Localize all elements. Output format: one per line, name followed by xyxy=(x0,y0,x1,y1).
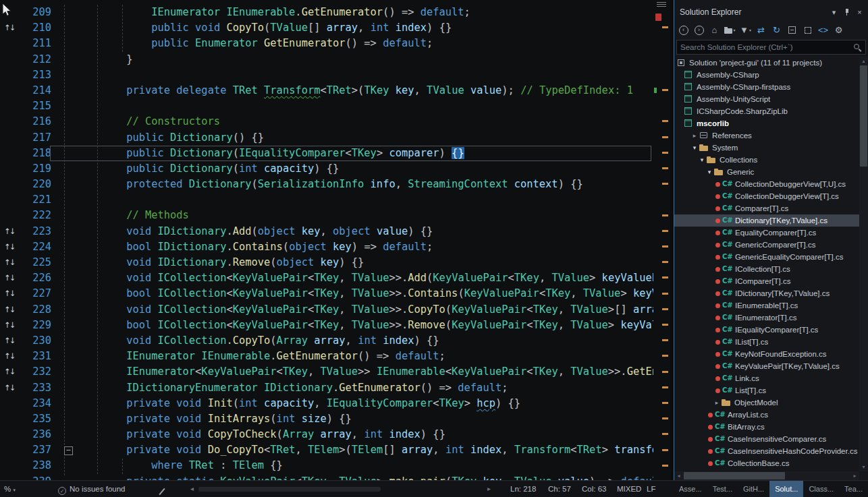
implements-interface-icon[interactable]: ↑↓ xyxy=(0,333,19,349)
code-line[interactable]: ↑↓231 IEnumerator IEnumerable.GetEnumera… xyxy=(0,349,653,364)
tree-item[interactable]: Assembly-UnityScript xyxy=(674,93,859,105)
home-icon[interactable]: ⌂ xyxy=(707,24,722,37)
implements-interface-icon[interactable]: ↑↓ xyxy=(0,224,19,239)
issues-indicator[interactable]: ✓No issues found xyxy=(58,481,125,497)
scroll-right-icon[interactable]: ▸ xyxy=(850,471,859,480)
code-line[interactable]: 213 xyxy=(0,67,653,83)
code-line[interactable]: 216 // Constructors xyxy=(0,114,653,129)
char-indicator[interactable]: Ch: 57 xyxy=(548,481,571,497)
scroll-left-icon[interactable]: ◂ xyxy=(674,471,683,480)
column-indicator[interactable]: Col: 63 xyxy=(582,481,606,497)
tree-item[interactable]: ▸ObjectModel xyxy=(674,397,859,409)
code-line[interactable]: 218 public Dictionary(IEqualityComparer<… xyxy=(0,146,653,161)
code-line[interactable]: ↑↓230 void ICollection.CopyTo(Array arra… xyxy=(0,333,653,349)
scroll-down-icon[interactable]: ▾ xyxy=(859,463,868,471)
navigate-forward-icon[interactable]: › xyxy=(692,24,706,37)
code-line[interactable]: 209 IEnumerator IEnumerable.GetEnumerato… xyxy=(0,5,653,20)
code-line[interactable]: 238 where TRet : TElem {} xyxy=(0,458,653,473)
implements-interface-icon[interactable]: ↑↓ xyxy=(0,239,19,255)
implements-interface-icon[interactable]: ↑↓ xyxy=(0,318,19,333)
sync-with-active-document-icon[interactable]: ⇄ xyxy=(754,24,768,37)
panel-titlebar[interactable]: Solution Explorer ▾× xyxy=(674,0,868,22)
expanded-arrow-icon[interactable]: ▾ xyxy=(705,169,713,175)
scroll-up-icon[interactable]: ▴ xyxy=(859,57,868,65)
tree-item[interactable]: Solution 'project-gui' (11 of 11 project… xyxy=(674,57,859,69)
code-line[interactable]: 236 private void CopyToCheck(Array array… xyxy=(0,427,653,442)
implements-interface-icon[interactable]: ↑↓ xyxy=(0,380,19,396)
tree-item[interactable]: ▸References xyxy=(674,129,859,142)
tree-item[interactable]: C#IDictionary[TKey,TValue].cs xyxy=(674,287,859,299)
horizontal-scrollbar-thumb[interactable] xyxy=(684,472,785,479)
tree-item[interactable]: C#List[T].cs xyxy=(674,384,859,397)
navigate-back-icon[interactable]: ‹ xyxy=(676,24,690,37)
implements-interface-icon[interactable]: ↑↓ xyxy=(0,286,19,301)
code-line[interactable]: 239 private static KeyValuePair<TKey, TV… xyxy=(0,474,653,480)
tree-item[interactable]: Assembly-CSharp xyxy=(674,69,859,81)
vertical-scrollbar-thumb[interactable] xyxy=(860,65,867,167)
close-icon[interactable]: × xyxy=(854,7,865,18)
collapse-all-icon[interactable] xyxy=(785,24,799,37)
collapsed-arrow-icon[interactable]: ▸ xyxy=(690,132,699,139)
tree-item[interactable]: mscorlib xyxy=(674,117,859,129)
code-line[interactable]: 215 xyxy=(0,98,653,114)
tree-item[interactable]: C#CaseInsensitiveHashCodeProvider.cs xyxy=(674,445,859,457)
tree-item[interactable]: C#ICollection[T].cs xyxy=(674,263,859,275)
implements-interface-icon[interactable]: ↑↓ xyxy=(0,270,19,286)
panel-tab[interactable]: Asse... xyxy=(674,481,707,497)
tree-item[interactable]: C#Comparer[T].cs xyxy=(674,202,859,214)
show-all-files-icon[interactable] xyxy=(801,24,815,37)
code-line[interactable]: 221 xyxy=(0,192,653,208)
implements-interface-icon[interactable]: ↑↓ xyxy=(0,20,19,36)
panel-tab[interactable]: Test... xyxy=(707,481,738,497)
implements-interface-icon[interactable]: ↑↓ xyxy=(0,364,19,380)
code-line[interactable]: ↑↓229 bool ICollection<KeyValuePair<TKey… xyxy=(0,318,653,333)
editor-scroll-right-icon[interactable]: ▸ xyxy=(487,481,491,497)
implements-interface-icon[interactable]: ↑↓ xyxy=(0,255,19,270)
switch-views-icon[interactable]: ▾ xyxy=(723,24,737,37)
tree-item[interactable]: C#Dictionary[TKey,TValue].cs xyxy=(674,214,859,227)
implements-interface-icon[interactable]: ↑↓ xyxy=(0,349,19,364)
code-line[interactable]: 219 public Dictionary(int capacity) {} xyxy=(0,161,653,177)
tree-item[interactable]: C#CaseInsensitiveComparer.cs xyxy=(674,433,859,445)
tree-item[interactable]: C#EqualityComparer[T].cs xyxy=(674,227,859,239)
tree-item[interactable]: C#KeyNotFoundException.cs xyxy=(674,348,859,360)
view-code-icon[interactable]: <> xyxy=(816,24,830,37)
code-line[interactable]: ↑↓225 void IDictionary.Remove(object key… xyxy=(0,255,653,270)
code-editor[interactable]: 209 IEnumerator IEnumerable.GetEnumerato… xyxy=(0,0,670,480)
code-line[interactable]: 217 public Dictionary() {} xyxy=(0,130,653,146)
tree-item[interactable]: C#IList[T].cs xyxy=(674,336,859,348)
horizontal-scrollbar[interactable]: ◂ ▸ xyxy=(674,471,859,480)
vertical-scrollbar[interactable]: ▴ ▾ xyxy=(859,57,868,471)
code-line[interactable]: 222 // Methods xyxy=(0,208,653,223)
fold-collapse-icon[interactable]: – xyxy=(64,446,73,455)
tree-item[interactable]: C#CollectionDebuggerView[T,U].cs xyxy=(674,178,859,190)
split-editor-handle[interactable] xyxy=(657,2,666,7)
code-line[interactable]: 234 private void Init(int capacity, IEqu… xyxy=(0,396,653,411)
eol-indicator[interactable]: LF xyxy=(647,481,655,497)
zoom-control[interactable]: % ▾ xyxy=(4,481,16,497)
tree-item[interactable]: C#IComparer[T].cs xyxy=(674,275,859,287)
tree-item[interactable]: ▾System xyxy=(674,142,859,154)
editor-horizontal-scrollbar[interactable] xyxy=(198,487,381,492)
code-line[interactable]: 212 } xyxy=(0,52,653,67)
expanded-arrow-icon[interactable]: ▾ xyxy=(698,156,706,163)
tree-item[interactable]: C#IEqualityComparer[T].cs xyxy=(674,324,859,336)
editor-scroll-left-icon[interactable]: ◂ xyxy=(190,481,194,497)
properties-icon[interactable]: ⚙ xyxy=(832,24,846,37)
filter-icon[interactable]: ▼▾ xyxy=(738,24,753,37)
scrollbar-overview-ruler[interactable] xyxy=(653,0,670,480)
expanded-arrow-icon[interactable]: ▾ xyxy=(690,144,699,151)
tree-item[interactable]: C#CollectionDebuggerView[T].cs xyxy=(674,190,859,202)
tree-item[interactable]: Assembly-CSharp-firstpass xyxy=(674,81,859,93)
tree-item[interactable]: C#ArrayList.cs xyxy=(674,409,859,421)
panel-tab[interactable]: Tea... xyxy=(839,481,868,497)
panel-tab[interactable]: Solut... xyxy=(769,481,803,497)
tree-item[interactable]: C#Link.cs xyxy=(674,372,859,384)
code-line[interactable]: ↑↓233 IDictionaryEnumerator IDictionary.… xyxy=(0,380,653,396)
search-input[interactable]: Search Solution Explorer (Ctrl+`) xyxy=(676,40,866,55)
code-line[interactable]: ↑↓223 void IDictionary.Add(object key, o… xyxy=(0,224,653,239)
tree-item[interactable]: ▾Collections xyxy=(674,154,859,166)
tree-item[interactable]: ▾Generic xyxy=(674,166,859,178)
code-line[interactable]: ↑↓228 void ICollection<KeyValuePair<TKey… xyxy=(0,302,653,318)
code-line[interactable]: ↑↓210 public void CopyTo(TValue[] array,… xyxy=(0,20,653,36)
